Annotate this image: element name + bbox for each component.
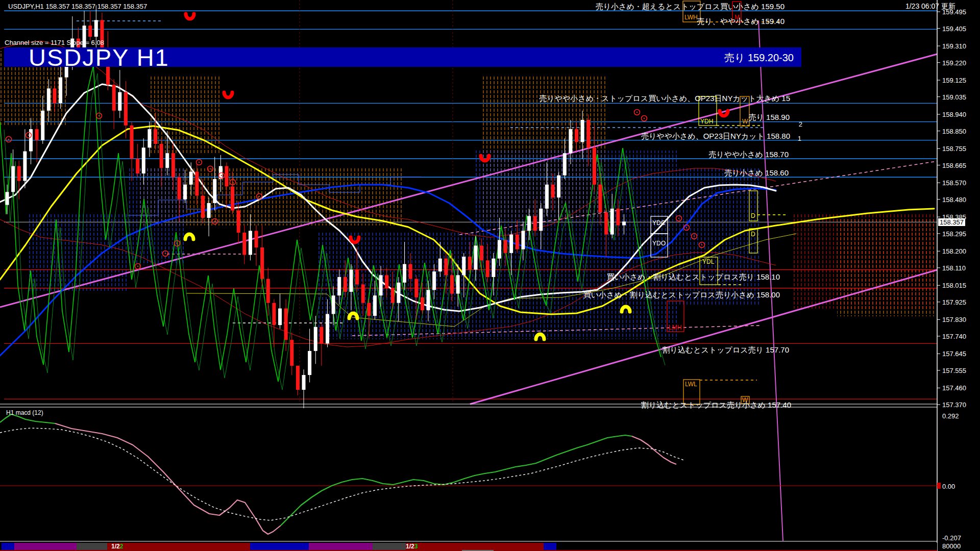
- price-annotation: 売りやや小さめ・ストップロス買い小さめ、OP23日NYカット大きめ 15: [539, 94, 790, 104]
- axis-price-label: 159.125: [942, 77, 966, 84]
- symbol-ohlc-quote: USDJPY,H1 158.357 158.357 158.357 158.35…: [8, 3, 147, 10]
- price-annotation: 割り込むとストップロス売り 157.70: [662, 345, 789, 355]
- macd-indicator-label: H1 macd (12): [6, 409, 43, 416]
- session-segment: [2, 543, 14, 550]
- session-segment: [544, 543, 556, 550]
- axis-price-label: 157.830: [942, 316, 966, 323]
- price-annotation: 売り 158.90: [749, 113, 790, 122]
- price-annotation: 売り小さめ・超えるとストップロス買い小さめ 159.50: [596, 2, 785, 12]
- svg-text:W: W: [742, 118, 748, 125]
- svg-text:D: D: [751, 212, 755, 219]
- session-date-label: 1/23: [406, 543, 418, 550]
- axis-price-label: 159.035: [942, 93, 966, 101]
- price-annotation: 割り込むとストップロス売り小さめ 157.40: [641, 400, 791, 410]
- session-segment: [77, 543, 107, 550]
- current-price-tag: 158.357: [938, 218, 965, 226]
- session-segment: [14, 543, 77, 550]
- session-segment: [250, 543, 309, 550]
- axis-price-label: 157.740: [942, 333, 966, 340]
- price-annotation: 売り、やや小さめ 159.40: [697, 17, 785, 27]
- svg-text:LWL: LWL: [685, 381, 697, 388]
- axis-price-label: 158.015: [942, 282, 966, 289]
- price-annotation: 2: [799, 120, 802, 128]
- macd-axis-label: 80000: [942, 542, 961, 550]
- banner-title: USDJPY H1: [29, 43, 169, 71]
- svg-text:YDL: YDL: [702, 258, 715, 265]
- svg-text:YDO: YDO: [652, 240, 666, 247]
- price-annotation: 買い小さめ・割り込むとストップロス売り 158.10: [606, 272, 780, 282]
- axis-price-label: 158.200: [942, 247, 966, 255]
- axis-price-label: 158.755: [942, 145, 966, 153]
- svg-text:D: D: [751, 231, 755, 238]
- price-annotation: 売りやや小さめ 158.70: [708, 150, 789, 160]
- axis-price-label: 158.110: [942, 264, 966, 272]
- channel-info-label: Channel size = 1171 Slope = 6.08: [5, 39, 104, 46]
- axis-price-label: 158.940: [942, 111, 966, 118]
- axis-price-label: 157.370: [942, 401, 966, 409]
- axis-price-label: 158.850: [942, 128, 966, 135]
- axis-price-label: 159.405: [942, 25, 966, 33]
- price-annotation: 1: [798, 135, 801, 142]
- axis-price-label: 158.665: [942, 162, 966, 169]
- axis-price-label: 158.570: [942, 179, 966, 187]
- session-segment: [107, 543, 250, 550]
- price-annotation: 買い小さめ・割り込むとストップロス売り小さめ 158.00: [583, 290, 780, 300]
- session-date-label: 1/22: [111, 543, 123, 550]
- svg-text:LMH: LMH: [669, 324, 681, 331]
- session-segment: [406, 543, 544, 550]
- axis-price-label: 159.495: [942, 8, 966, 16]
- axis-price-label: 159.310: [942, 42, 966, 50]
- axis-price-label: 158.480: [942, 196, 966, 204]
- axis-price-label: 157.925: [942, 298, 966, 306]
- axis-price-label: 157.555: [942, 367, 966, 374]
- axis-price-label: 158.295: [942, 230, 966, 238]
- session-segment: [309, 543, 373, 550]
- svg-text:LWH: LWH: [684, 14, 698, 21]
- banner-note-level: 売り 159.20-30: [724, 51, 794, 65]
- svg-text:YDC: YDC: [652, 219, 666, 227]
- price-annotation: 売りやや小さめ、OP23日NYカット 158.80: [641, 132, 790, 141]
- mt4-chart-window[interactable]: LWHMYDHWDYDCDYDOYDLLMHLWLW USDJPY H1 売り …: [0, 0, 980, 551]
- chart-canvas[interactable]: LWHMYDHWDYDCDYDOYDLLMHLWLW: [0, 0, 980, 551]
- axis-price-label: 159.220: [942, 59, 966, 67]
- macd-axis-label: 0.00: [942, 483, 955, 490]
- macd-axis-label: -0.207: [942, 534, 961, 542]
- session-strip: 1/221/23: [0, 543, 937, 550]
- axis-price-label: 157.645: [942, 350, 966, 358]
- axis-price-label: 157.460: [942, 384, 966, 392]
- price-annotation: 売り小さめ 158.60: [724, 168, 789, 178]
- svg-text:YDH: YDH: [700, 118, 713, 125]
- session-segment: [373, 543, 406, 550]
- title-banner: USDJPY H1 売り 159.20-30: [4, 47, 801, 67]
- macd-axis-label: 0.292: [942, 412, 959, 420]
- price-axis[interactable]: 159.495159.405159.310159.220159.125159.0…: [937, 0, 980, 551]
